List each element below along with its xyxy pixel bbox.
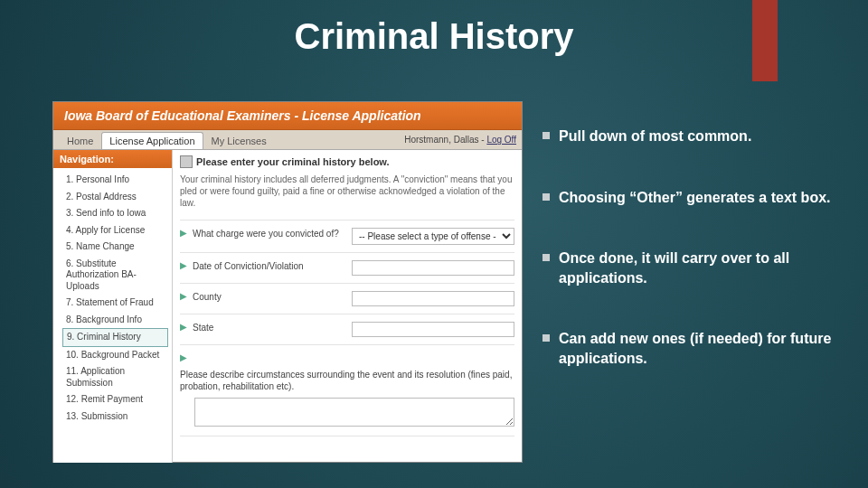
caret-icon: ▶ [180, 260, 187, 271]
bullet-square-icon [542, 334, 550, 342]
state-input[interactable] [352, 322, 514, 337]
nav-item[interactable]: 7. Statement of Fraud [62, 295, 172, 312]
tab-license-application[interactable]: License Application [101, 132, 203, 149]
tab-home[interactable]: Home [59, 132, 101, 149]
field-charge: ▶ What charge were you convicted of? -- … [180, 220, 514, 252]
describe-textarea[interactable] [194, 398, 514, 427]
user-info: Horstmann, Dallas - Log Off [404, 135, 516, 145]
app-header: Iowa Board of Educational Examiners - Li… [53, 102, 522, 130]
date-input[interactable] [352, 260, 514, 276]
nav-item[interactable]: 1. Personal Info [62, 172, 172, 189]
bullet-square-icon [542, 132, 550, 139]
nav-item[interactable]: 6. Substitute Authorization BA-Uploads [62, 256, 172, 296]
app-screenshot: Iowa Board of Educational Examiners - Li… [52, 101, 523, 463]
help-text: Your criminal history includes all defer… [180, 174, 514, 209]
field-describe: ▶ Please describe circumstances surround… [180, 344, 514, 436]
page-instruction: Please enter your criminal history below… [180, 155, 514, 168]
logoff-link[interactable]: Log Off [486, 135, 516, 145]
bullet-item: Once done, it will carry over to all app… [542, 249, 841, 287]
charge-select[interactable]: -- Please select a type of offense -- [352, 228, 514, 245]
nav-item[interactable]: 2. Postal Address [62, 189, 172, 206]
nav-item[interactable]: 5. Name Change [62, 239, 172, 256]
bullet-list: Pull down of most common. Choosing “Othe… [542, 127, 841, 410]
field-label: State [193, 322, 346, 333]
nav-item[interactable]: 8. Background Info [62, 312, 172, 329]
slide-title: Criminal History [0, 16, 868, 57]
field-label: Date of Conviction/Violation [193, 260, 346, 272]
bullet-text: Choosing “Other” generates a text box. [559, 188, 831, 208]
field-county: ▶ County [180, 283, 514, 314]
nav-item[interactable]: 11. Application Submission [62, 363, 172, 391]
field-label: Please describe circumstances surroundin… [180, 369, 514, 392]
bullet-item: Pull down of most common. [542, 127, 841, 146]
field-state: ▶ State [180, 314, 514, 344]
main-panel: Please enter your criminal history below… [173, 150, 522, 463]
tab-my-licenses[interactable]: My Licenses [203, 132, 275, 149]
field-label: What charge were you convicted of? [193, 228, 346, 239]
bullet-square-icon [542, 193, 550, 201]
app-body: Navigation: 1. Personal Info 2. Postal A… [53, 150, 522, 463]
nav-sidebar: Navigation: 1. Personal Info 2. Postal A… [53, 150, 173, 463]
nav-item[interactable]: 10. Background Packet [62, 347, 172, 364]
field-label: County [193, 291, 346, 303]
caret-icon: ▶ [180, 352, 187, 363]
caret-icon: ▶ [180, 322, 187, 333]
bullet-text: Pull down of most common. [559, 127, 751, 146]
caret-icon: ▶ [180, 228, 187, 239]
bullet-square-icon [542, 254, 550, 261]
slide: Criminal History Iowa Board of Education… [0, 0, 868, 488]
field-date: ▶ Date of Conviction/Violation [180, 252, 514, 283]
nav-item-current[interactable]: 9. Criminal History [62, 328, 168, 347]
user-name: Horstmann, Dallas [404, 135, 478, 145]
nav-item[interactable]: 13. Submission [62, 408, 172, 426]
county-input[interactable] [352, 291, 514, 306]
bullet-text: Can add new ones (if needed) for future … [559, 329, 841, 368]
nav-item[interactable]: 12. Remit Payment [62, 391, 172, 408]
nav-item[interactable]: 4. Apply for License [62, 222, 172, 239]
nav-list: 1. Personal Info 2. Postal Address 3. Se… [53, 168, 172, 425]
bullet-item: Can add new ones (if needed) for future … [542, 329, 841, 368]
bullet-item: Choosing “Other” generates a text box. [542, 188, 841, 208]
caret-icon: ▶ [180, 291, 187, 302]
bullet-text: Once done, it will carry over to all app… [559, 249, 841, 287]
nav-item[interactable]: 3. Send info to Iowa [62, 205, 172, 222]
nav-title: Navigation: [53, 150, 172, 168]
instruction-text: Please enter your criminal history below… [196, 156, 390, 167]
info-icon [180, 155, 193, 168]
tab-bar: Home License Application My Licenses Hor… [53, 130, 522, 150]
